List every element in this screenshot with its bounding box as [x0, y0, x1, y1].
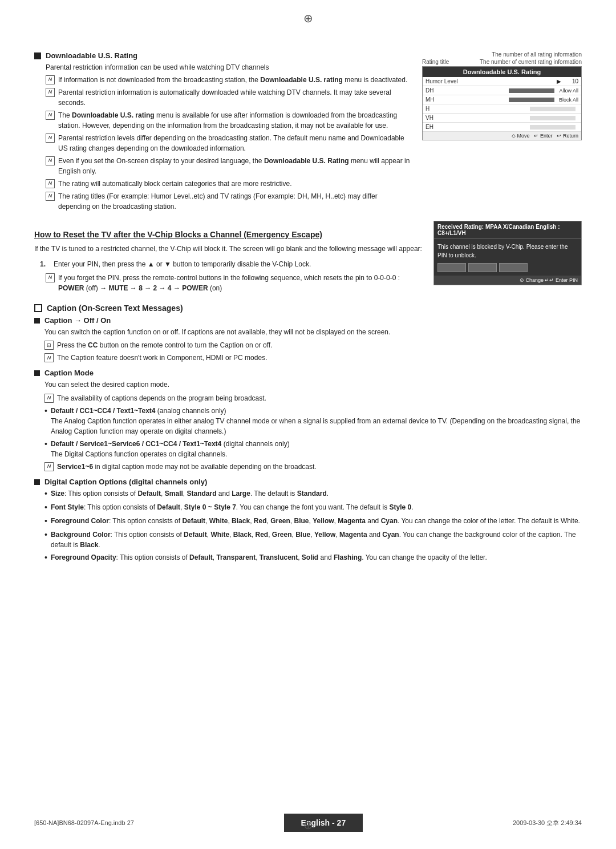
downloadable-rating-box: Downloadable U.S. Rating Humor Level ▶ 1…: [422, 66, 582, 140]
caption-service-text: Service1~6 in digital caption mode may n…: [57, 462, 317, 472]
caption-section-title: Caption (On-Screen Text Messages): [47, 304, 183, 313]
allow-all-btn: Allow All: [559, 88, 578, 94]
caption-onoff-title: Caption → Off / On: [44, 316, 111, 325]
caption-onoff-body: You can switch the caption function on o…: [44, 327, 582, 363]
rating-current-label: The number of current rating information: [480, 59, 582, 65]
footer-left: [650-NA]BN68-02097A-Eng.indb 27: [34, 819, 134, 826]
vh-label: VH: [425, 115, 527, 121]
fg-opacity-text: Foreground Opacity: This option consists…: [51, 552, 487, 563]
bullet-dot-2: •: [44, 438, 47, 450]
move-hint: ◇ Move: [512, 133, 530, 139]
dh-bar: [509, 88, 554, 93]
digital-caption-title: Digital Caption Options (digital channel…: [44, 478, 207, 486]
downloadable-rating-title: Downloadable U.S. Rating: [46, 51, 137, 60]
digital-caption-bullet: [34, 479, 40, 485]
note-icon-1: N: [46, 75, 55, 84]
page: ⊕ Downloadable U.S. Rating Parental rest…: [0, 0, 616, 849]
digital-caption-body: • Size: This option consists of Default,…: [44, 488, 582, 564]
bullet-dot-opacity: •: [44, 552, 47, 564]
note-text-4: Parental restriction levels differ depen…: [58, 133, 411, 153]
step-1-text: Enter your PIN, then press the ▲ or ▼ bu…: [54, 259, 311, 269]
top-compass-icon: ⊕: [303, 11, 313, 25]
note-item-3: N The Downloadable U.S. rating menu is a…: [46, 110, 411, 131]
note-item-2: N Parental restriction information is au…: [46, 87, 411, 108]
footer-center: English - 27: [284, 814, 363, 832]
note-text-3: The Downloadable U.S. rating menu is ava…: [58, 110, 411, 131]
bullet-dot-fg: •: [44, 515, 47, 527]
caption-cc-note: ⊡ Press the CC button on the remote cont…: [44, 340, 582, 350]
emergency-right: Received Rating: MPAA X/Canadian English…: [433, 221, 582, 296]
vchip-input-3: [499, 263, 528, 272]
caption-hdmi-icon: N: [44, 353, 54, 362]
vchip-footer-text: ⊙ Change ↵↵ Enter PIN: [520, 277, 578, 283]
size-text: Size: This option consists of Default, S…: [51, 488, 329, 499]
vchip-message: This channel is blocked by V-Chip. Pleas…: [437, 242, 578, 260]
eh-bar: [530, 125, 576, 130]
rating-row-eh: EH: [423, 123, 581, 132]
caption-mode-body: You can select the desired caption mode.…: [44, 379, 582, 471]
rating-row-humor: Humor Level ▶ 10: [423, 77, 581, 86]
caption-availability-note: N The availability of captions depends o…: [44, 393, 582, 403]
note-icon-5: N: [46, 156, 55, 165]
caption-analog-bullet: • Default / CC1~CC4 / Text1~Text4 (analo…: [44, 406, 582, 436]
note-item-5: N Even if you set the On-screen display …: [46, 156, 411, 176]
bg-color-text: Background Color: This option consists o…: [51, 529, 582, 550]
emergency-heading: How to Reset the TV after the V-Chip Blo…: [34, 230, 422, 239]
footer-right: 2009-03-30 오후 2:49:34: [513, 819, 582, 827]
font-style-text: Font Style: This option consists of Defa…: [51, 502, 414, 512]
rating-row-vh: VH: [423, 114, 581, 123]
vchip-input-row: [437, 263, 578, 272]
caption-heading-row: Caption (On-Screen Text Messages): [34, 304, 582, 313]
humor-label: Humor Level: [425, 78, 557, 84]
enter-hint: ↵ Enter: [534, 133, 552, 139]
note-item-6: N The rating will automatically block ce…: [46, 179, 411, 189]
rating-row-dh: DH Allow All: [423, 86, 581, 95]
eh-label: EH: [425, 124, 527, 130]
vchip-input-2: [468, 263, 497, 272]
vchip-input-1: [437, 263, 466, 272]
rating-row-mh: MH Block All: [423, 95, 581, 104]
caption-service-icon: N: [44, 462, 54, 471]
caption-digital-text: Default / Service1~Service6 / CC1~CC4 / …: [51, 439, 290, 459]
step-1: 1. Enter your PIN, then press the ▲ or ▼…: [40, 259, 422, 269]
humor-arrow: ▶: [557, 78, 561, 84]
bullet-dot-font: •: [44, 502, 47, 514]
note-text-2: Parental restriction information is auto…: [58, 87, 411, 108]
digital-caption-subsection: Digital Caption Options (digital channel…: [34, 478, 582, 564]
mh-bar: [509, 98, 554, 102]
mh-label: MH: [425, 96, 506, 103]
caption-digital-bullet: • Default / Service1~Service6 / CC1~CC4 …: [44, 439, 582, 459]
fg-color-option: • Foreground Color: This option consists…: [44, 516, 582, 527]
bullet-dot-bg: •: [44, 529, 47, 541]
note-pin-icon: N: [46, 273, 55, 282]
caption-onoff-bullet: [34, 318, 40, 324]
caption-mode-subsection: Caption Mode You can select the desired …: [34, 369, 582, 471]
caption-avail-text: The availability of captions depends on …: [57, 393, 266, 403]
caption-avail-icon: N: [44, 394, 54, 403]
bottom-compass-icon: ⊕: [303, 818, 313, 832]
return-hint: ↩ Return: [557, 133, 578, 139]
emergency-left: How to Reset the TV after the V-Chip Blo…: [34, 221, 422, 296]
vh-bar: [530, 116, 576, 120]
h-label: H: [425, 106, 527, 112]
note-item-7: N The rating titles (For example: Humor …: [46, 191, 411, 212]
downloadable-rating-section: Downloadable U.S. Rating Parental restri…: [34, 51, 411, 214]
bullet-dot-1: •: [44, 405, 47, 417]
caption-mode-title: Caption Mode: [44, 369, 94, 377]
caption-cc-note-text: Press the CC button on the remote contro…: [57, 340, 272, 350]
step-1-number: 1.: [40, 259, 49, 269]
fg-opacity-option: • Foreground Opacity: This option consis…: [44, 552, 582, 564]
rating-box-header: Downloadable U.S. Rating: [423, 67, 581, 77]
vchip-footer: ⊙ Change ↵↵ Enter PIN: [434, 276, 581, 285]
emergency-intro: If the TV is tuned to a restricted chann…: [34, 244, 422, 254]
note-text-7: The rating titles (For example: Humor Le…: [58, 191, 411, 212]
caption-analog-text: Default / CC1~CC4 / Text1~Text4 (analog …: [51, 406, 582, 436]
caption-onoff-subsection: Caption → Off / On You can switch the ca…: [34, 316, 582, 363]
vchip-body: This channel is blocked by V-Chip. Pleas…: [434, 239, 581, 276]
bullet-dot-size: •: [44, 488, 47, 500]
humor-value: 10: [561, 78, 578, 84]
note-icon-4: N: [46, 134, 55, 143]
block-all-btn: Block All: [559, 97, 578, 103]
note-text-1: If information is not downloaded from th…: [58, 75, 411, 85]
bg-color-option: • Background Color: This option consists…: [44, 529, 582, 550]
